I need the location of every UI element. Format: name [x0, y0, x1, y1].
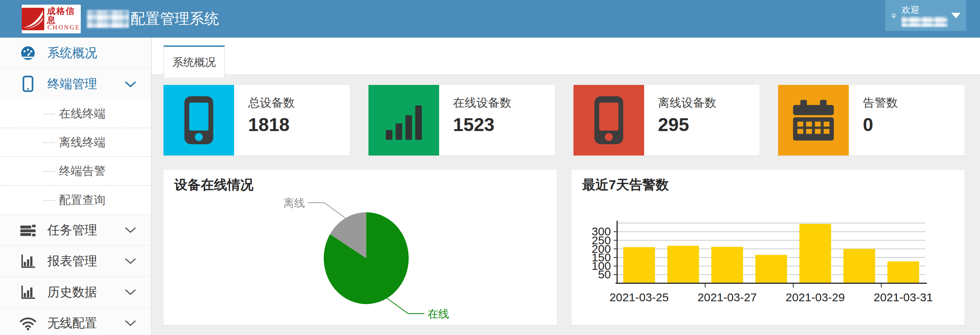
bar-2021-03-27[interactable] [711, 247, 743, 283]
app-title-text: 配置管理系统 [130, 9, 219, 29]
pie-chart-panel: 设备在线情况 在线离线 [163, 170, 557, 325]
x-tick-label: 2021-03-25 [609, 291, 669, 304]
sidebar-submenu-terminal: 在线终端 离线终端 终端告警 配置查询 [0, 100, 151, 215]
calendar-icon [790, 97, 837, 143]
sidebar-subitem-label: 在线终端 [59, 106, 106, 122]
stat-card-color-block [573, 85, 644, 155]
stat-card-label: 离线设备数 [658, 95, 716, 111]
avatar-icon [891, 7, 896, 24]
wifi-icon [19, 316, 37, 330]
stat-card-color-block [778, 85, 849, 155]
pie-chart-title: 设备在线情况 [174, 176, 254, 194]
sidebar-item-task-management[interactable]: 任务管理 [0, 215, 151, 246]
signal-bars-icon [381, 97, 427, 143]
redacted-product-name [87, 10, 129, 28]
chevron-down-icon[interactable] [125, 320, 136, 326]
sidebar-subitem-label: 离线终端 [59, 135, 106, 150]
sidebar-subitem-label: 配置查询 [59, 192, 106, 208]
app-title: 配置管理系统 [87, 9, 219, 29]
sidebar-item-terminal-alarms[interactable]: 终端告警 [0, 157, 151, 186]
sidebar-item-label: 系统概况 [47, 45, 97, 62]
sidebar-item-terminal-management[interactable]: 终端管理 [0, 69, 151, 100]
sidebar-item-config-query[interactable]: 配置查询 [0, 186, 151, 214]
logo-text-en: CHONGE [47, 24, 80, 31]
top-header: 成格信息 CHONGE 配置管理系统 欢迎 [0, 0, 980, 38]
sidebar-item-wireless-config[interactable]: 无线配置 [0, 308, 151, 335]
sidebar-item-label: 报表管理 [47, 253, 97, 270]
stat-card-color-block [368, 85, 439, 155]
chevron-down-icon[interactable] [125, 258, 136, 264]
stat-card-total-devices: 总设备数 1818 [163, 85, 350, 155]
stat-card-alarms: 告警数 0 [778, 85, 964, 155]
bar-2021-03-29[interactable] [799, 224, 831, 283]
bar-chart-panel: 最近7天告警数 501001502002503002021-03-252021-… [572, 170, 965, 325]
logo-text-cn: 成格信息 [47, 7, 81, 24]
stat-card-value: 1523 [453, 114, 511, 135]
content-area: 总设备数 1818 在线设备数 [152, 75, 980, 325]
main-content: 系统概况 总设备数 1818 [152, 38, 980, 335]
x-tick-label: 2021-03-31 [874, 291, 933, 304]
stat-card-color-block [163, 85, 234, 155]
sidebar-item-label: 无线配置 [47, 315, 97, 332]
sidebar-item-history-data[interactable]: 历史数据 [0, 277, 151, 308]
tab-system-overview[interactable]: 系统概况 [163, 45, 225, 78]
pie-label-在线: 在线 [427, 308, 449, 320]
x-tick-label: 2021-03-27 [697, 291, 757, 304]
tasks-icon [19, 223, 37, 237]
sidebar-item-online-terminals[interactable]: 在线终端 [0, 100, 151, 128]
pie-callout-line [308, 203, 345, 218]
bar-2021-03-30[interactable] [843, 249, 875, 283]
sidebar-item-report-management[interactable]: 报表管理 [0, 246, 151, 277]
dashboard-icon [19, 45, 37, 61]
smartphone-icon [589, 95, 628, 146]
bar-chart-title: 最近7天告警数 [582, 176, 669, 194]
redacted-username [902, 17, 947, 27]
tab-bar: 系统概况 [152, 38, 980, 75]
bar-2021-03-26[interactable] [667, 246, 699, 283]
stat-cards-row: 总设备数 1818 在线设备数 [163, 85, 964, 155]
sidebar-nav: 系统概况 终端管理 在线终端 离线终端 终端告警 [0, 38, 151, 335]
chevron-down-icon [951, 13, 961, 18]
pie-callout-line [387, 298, 424, 314]
history-chart-icon [19, 285, 37, 300]
stat-card-offline-devices: 离线设备数 295 [573, 85, 760, 155]
stat-card-label: 总设备数 [248, 95, 295, 111]
bar-2021-03-31[interactable] [887, 261, 919, 283]
sidebar-item-system-overview[interactable]: 系统概况 [0, 38, 151, 69]
y-tick-label: 300 [591, 225, 611, 238]
chevron-down-icon[interactable] [125, 227, 136, 233]
chevron-down-icon[interactable] [125, 289, 136, 295]
sidebar-item-label: 终端管理 [47, 76, 97, 93]
stat-card-value: 295 [658, 114, 716, 135]
chevron-down-icon[interactable] [125, 81, 136, 88]
bar-2021-03-25[interactable] [623, 247, 655, 283]
sidebar-item-label: 历史数据 [47, 284, 97, 301]
stat-card-label: 告警数 [863, 95, 898, 111]
bar-2021-03-28[interactable] [755, 255, 787, 283]
tablet-icon [19, 76, 37, 93]
stat-card-value: 1818 [248, 114, 295, 135]
sidebar-item-label: 任务管理 [47, 222, 97, 239]
app-root: 成格信息 CHONGE 配置管理系统 欢迎 [0, 0, 980, 335]
bar-chart-icon [19, 254, 37, 269]
stat-card-online-devices: 在线设备数 1523 [368, 85, 555, 155]
user-menu[interactable]: 欢迎 [885, 0, 966, 31]
company-logo: 成格信息 CHONGE [22, 5, 81, 33]
sidebar-item-offline-terminals[interactable]: 离线终端 [0, 128, 151, 157]
pie-label-离线: 离线 [283, 197, 305, 209]
stat-card-value: 0 [863, 114, 898, 135]
welcome-label: 欢迎 [902, 4, 947, 16]
sidebar-subitem-label: 终端告警 [59, 163, 106, 179]
logo-swoosh-icon [22, 8, 44, 30]
tab-label: 系统概况 [172, 55, 216, 70]
stat-card-label: 在线设备数 [453, 95, 511, 111]
smartphone-icon [179, 95, 218, 146]
charts-row: 设备在线情况 在线离线 最近7天告警数 50100150200250300202… [163, 170, 964, 325]
x-tick-label: 2021-03-29 [785, 291, 845, 304]
